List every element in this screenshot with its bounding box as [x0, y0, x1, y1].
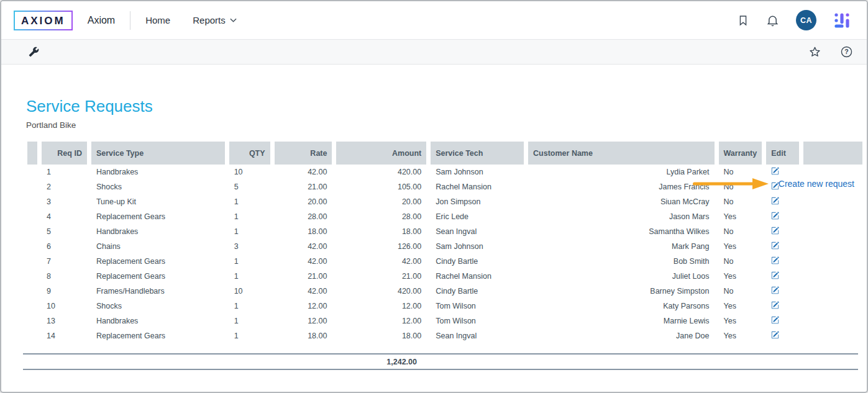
cell-blank — [803, 314, 862, 328]
cell-blank — [27, 224, 37, 239]
cell-customer_name: James Francis — [528, 179, 714, 194]
create-new-request-link[interactable]: Create new request — [779, 179, 854, 189]
cell-rate: 21.00 — [275, 269, 332, 284]
cell-service_tech: Rachel Mansion — [431, 269, 524, 284]
cell-amount: 18.00 — [336, 224, 426, 239]
cell-rate: 18.00 — [275, 224, 332, 239]
service-requests-table: Req IDService TypeQTYRateAmountService T… — [23, 142, 867, 343]
cell-amount: 28.00 — [336, 209, 426, 224]
cell-blank — [27, 254, 37, 269]
edit-row-button[interactable] — [771, 301, 779, 309]
column-header-service_type: Service Type — [91, 142, 225, 165]
edit-row-button[interactable] — [771, 167, 779, 175]
cell-qty: 10 — [229, 165, 270, 179]
help-icon[interactable]: ? — [840, 45, 853, 58]
cell-customer_name: Katy Parsons — [528, 299, 714, 314]
table-row: 3Tune-up Kit120.0020.00Jon SimpsonSiuan … — [27, 194, 862, 209]
nav-item-reports-label: Reports — [193, 15, 226, 25]
bookmark-icon[interactable] — [737, 14, 749, 27]
table-body: 1Handbrakes1042.00420.00Sam JohnsonLydia… — [27, 165, 862, 343]
cell-warranty: Yes — [719, 328, 762, 343]
table-row: 7Replacement Gears142.0042.00Cindy Bartl… — [27, 254, 862, 269]
nav-divider — [130, 11, 130, 30]
star-icon[interactable] — [808, 45, 821, 58]
axiom-logo[interactable]: AXIOM — [14, 11, 73, 30]
cell-customer_name: Mark Pang — [528, 239, 714, 254]
cell-blank — [27, 194, 37, 209]
cell-service_type: Frames/Handlebars — [91, 284, 225, 299]
cell-service_type: Handbrakes — [91, 224, 225, 239]
cell-customer_name: Lydia Parket — [528, 165, 714, 179]
cell-customer_name: Barney Simpston — [528, 284, 714, 299]
edit-row-button[interactable] — [771, 242, 779, 250]
cell-blank — [803, 269, 862, 284]
edit-row-button[interactable] — [771, 286, 779, 294]
table-header: Req IDService TypeQTYRateAmountService T… — [27, 142, 862, 165]
edit-row-button[interactable] — [771, 316, 779, 324]
cell-blank — [27, 284, 37, 299]
table-row: 4Replacement Gears128.0028.00Eric LedeJa… — [27, 209, 862, 224]
cell-blank — [803, 239, 862, 254]
wrench-icon[interactable] — [29, 47, 39, 57]
cell-blank — [803, 209, 862, 224]
cell-service_type: Replacement Gears — [91, 209, 225, 224]
cell-qty: 1 — [229, 269, 270, 284]
app-name: Axiom — [88, 15, 115, 26]
apps-grid-icon[interactable] — [833, 12, 851, 29]
edit-row-button[interactable] — [771, 227, 779, 235]
nav-item-home[interactable]: Home — [145, 15, 170, 25]
cell-edit — [766, 209, 799, 224]
cell-warranty: No — [719, 224, 762, 239]
cell-blank — [803, 194, 862, 209]
app-window: AXIOM Axiom Home Reports CA — [0, 0, 868, 393]
page-title: Service Requests — [26, 97, 867, 116]
cell-req_id: 14 — [42, 328, 87, 343]
table-row: 5Handbrakes118.0018.00Sean IngvalSamanth… — [27, 224, 862, 239]
cell-service_type: Handbrakes — [91, 314, 225, 328]
cell-qty: 10 — [229, 284, 270, 299]
nav-item-reports[interactable]: Reports — [193, 15, 237, 25]
cell-req_id: 13 — [42, 314, 87, 328]
cell-service_type: Handbrakes — [91, 165, 225, 179]
cell-blank — [27, 314, 37, 328]
edit-row-button[interactable] — [771, 212, 779, 220]
cell-warranty: No — [719, 254, 762, 269]
cell-rate: 42.00 — [275, 239, 332, 254]
cell-rate: 18.00 — [275, 328, 332, 343]
cell-edit — [766, 314, 799, 328]
edit-row-button[interactable] — [771, 256, 779, 264]
table-total-row: 1,242.00 — [23, 353, 858, 370]
cell-service_tech: Rachel Mansion — [431, 179, 524, 194]
column-header-service_tech: Service Tech — [431, 142, 524, 165]
cell-customer_name: Jason Mars — [528, 209, 714, 224]
column-header-req_id: Req ID — [42, 142, 87, 165]
avatar[interactable]: CA — [796, 10, 816, 30]
edit-row-button[interactable] — [771, 271, 779, 279]
table-row: 10Shocks112.0012.00Tom WilsonKaty Parson… — [27, 299, 862, 314]
bell-icon[interactable] — [766, 14, 779, 27]
cell-customer_name: Marnie Lewis — [528, 314, 714, 328]
table-row: 9Frames/Handlebars1042.00420.00Cindy Bar… — [27, 284, 862, 299]
cell-edit — [766, 239, 799, 254]
cell-rate: 42.00 — [275, 165, 332, 179]
cell-blank — [27, 165, 37, 179]
table-row: 14Replacement Gears118.0018.00Sean Ingva… — [27, 328, 862, 343]
column-header-amount: Amount — [336, 142, 426, 165]
edit-row-button[interactable] — [771, 331, 779, 339]
cell-qty: 1 — [229, 209, 270, 224]
cell-blank — [27, 179, 37, 194]
cell-service_type: Shocks — [91, 179, 225, 194]
report-content: Service Requests Portland Bike Create ne… — [1, 65, 867, 370]
cell-blank — [27, 209, 37, 224]
cell-blank — [803, 299, 862, 314]
cell-blank — [803, 254, 862, 269]
cell-blank — [803, 328, 862, 343]
cell-edit — [766, 194, 799, 209]
cell-edit — [766, 254, 799, 269]
cell-rate: 20.00 — [275, 194, 332, 209]
edit-row-button[interactable] — [771, 197, 779, 205]
cell-req_id: 1 — [42, 165, 87, 179]
cell-service_type: Replacement Gears — [91, 269, 225, 284]
cell-edit — [766, 224, 799, 239]
cell-qty: 1 — [229, 194, 270, 209]
